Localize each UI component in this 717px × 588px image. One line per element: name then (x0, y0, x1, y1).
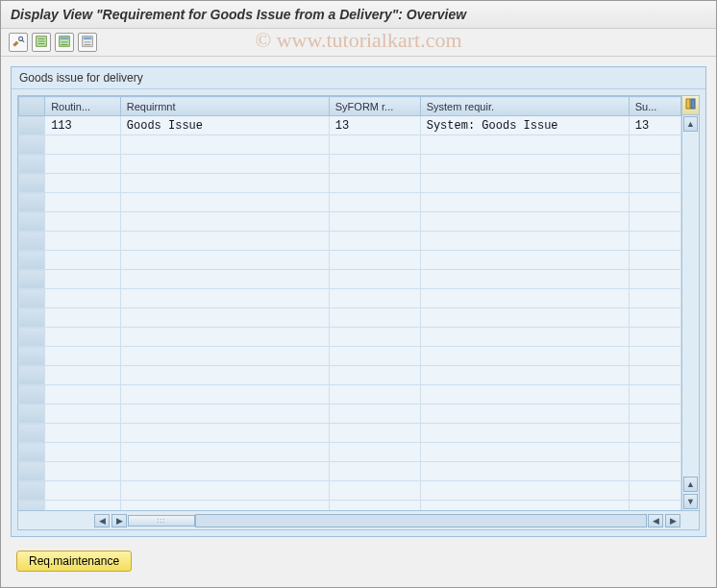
table-row[interactable] (19, 501, 681, 511)
col-requirement[interactable]: Requirmnt (120, 97, 329, 116)
hscroll-thumb[interactable]: ::: (128, 515, 195, 527)
chevron-right-icon: ▶ (116, 516, 123, 526)
table-row[interactable] (19, 232, 681, 251)
table-row[interactable] (19, 424, 681, 443)
table-row[interactable] (19, 174, 681, 193)
cell-syform[interactable]: 13 (329, 116, 420, 135)
table-row[interactable] (19, 135, 681, 155)
table-header-row: Routin... Requirmnt SyFORM r... System r… (19, 97, 681, 116)
svg-point-0 (19, 37, 23, 40)
scroll-up-button[interactable]: ▲ (683, 116, 698, 132)
table-row[interactable] (19, 155, 681, 174)
row-selector-header[interactable] (19, 97, 45, 116)
hscroll-right-button[interactable]: ▶ (111, 514, 127, 527)
table-row[interactable] (19, 289, 681, 308)
detail-button[interactable] (78, 33, 97, 52)
chevron-left-icon: ◀ (99, 516, 106, 526)
row-selector[interactable] (19, 462, 45, 481)
chevron-right-icon: ▶ (670, 516, 677, 526)
table-row[interactable] (19, 404, 681, 424)
toggle-edit-button[interactable] (9, 33, 28, 52)
row-selector[interactable] (19, 135, 45, 155)
row-selector[interactable] (19, 328, 45, 347)
col-su[interactable]: Su... (629, 97, 680, 116)
cell-routine[interactable]: 113 (45, 116, 121, 135)
row-selector[interactable] (19, 212, 45, 232)
scroll-up-button-2[interactable]: ▲ (683, 477, 698, 492)
table-container: Routin... Requirmnt SyFORM r... System r… (17, 95, 700, 530)
table-row[interactable] (19, 481, 681, 501)
svg-rect-14 (686, 99, 690, 109)
table-config-button[interactable] (682, 96, 699, 115)
table-row[interactable] (19, 347, 681, 366)
sheet-plain-icon (81, 35, 94, 50)
table-row[interactable] (19, 193, 681, 212)
chevron-up-icon: ▲ (686, 119, 695, 129)
table-row[interactable] (19, 366, 681, 385)
deselect-all-button[interactable] (55, 33, 74, 52)
cell-sysreq[interactable]: System: Goods Issue (420, 116, 629, 135)
table-config-icon (685, 98, 697, 112)
row-selector[interactable] (19, 232, 45, 251)
scroll-track[interactable] (682, 133, 699, 476)
table-row[interactable]: 113Goods Issue13System: Goods Issue13 (19, 116, 681, 135)
hscroll-left-button-2[interactable]: ◀ (648, 514, 663, 527)
table-row[interactable] (19, 251, 681, 270)
table-row[interactable] (19, 212, 681, 232)
data-table: Routin... Requirmnt SyFORM r... System r… (18, 96, 681, 510)
row-selector[interactable] (19, 347, 45, 366)
table-row[interactable] (19, 270, 681, 289)
row-selector[interactable] (19, 366, 45, 385)
row-selector[interactable] (19, 481, 45, 501)
col-routine[interactable]: Routin... (45, 97, 121, 116)
vertical-scroll: ▲ ▲ ▼ (681, 96, 699, 510)
row-selector[interactable] (19, 501, 45, 511)
hscroll-right-button-2[interactable]: ▶ (665, 514, 680, 527)
select-all-button[interactable] (32, 33, 51, 52)
table-row[interactable] (19, 328, 681, 347)
table-row[interactable] (19, 308, 681, 328)
row-selector[interactable] (19, 155, 45, 174)
table-row[interactable] (19, 385, 681, 404)
cell-su[interactable]: 13 (629, 116, 680, 135)
row-selector[interactable] (19, 251, 45, 270)
req-maintenance-button[interactable]: Req.maintenance (16, 551, 132, 572)
row-selector[interactable] (19, 289, 45, 308)
row-selector[interactable] (19, 443, 45, 462)
panel-goods-issue: Goods issue for delivery Routin... Requi… (11, 66, 706, 537)
row-selector[interactable] (19, 404, 45, 424)
scroll-down-button[interactable]: ▼ (683, 494, 698, 509)
row-selector[interactable] (19, 193, 45, 212)
sheet-blue-icon (58, 35, 71, 50)
row-selector[interactable] (19, 270, 45, 289)
horizontal-scroll: ◀ ▶ ::: ◀ ▶ (18, 510, 699, 529)
chevron-down-icon: ▼ (686, 497, 695, 506)
table-row[interactable] (19, 462, 681, 481)
page-title: Display View "Requirement for Goods Issu… (1, 1, 716, 29)
row-selector[interactable] (19, 308, 45, 328)
svg-rect-11 (84, 37, 92, 40)
panel-title: Goods issue for delivery (12, 67, 705, 89)
svg-rect-7 (61, 37, 69, 40)
col-sysreq[interactable]: System requir. (420, 97, 629, 116)
row-selector[interactable] (19, 174, 45, 193)
toolbar (1, 29, 716, 57)
row-selector[interactable] (19, 385, 45, 404)
pencil-glasses-icon (12, 35, 25, 50)
hscroll-track[interactable] (195, 514, 647, 527)
table-row[interactable] (19, 443, 681, 462)
chevron-up-icon: ▲ (686, 479, 695, 489)
chevron-left-icon: ◀ (653, 516, 659, 526)
row-selector[interactable] (19, 116, 45, 135)
col-syform[interactable]: SyFORM r... (329, 97, 420, 116)
hscroll-left-button[interactable]: ◀ (94, 514, 110, 527)
cell-requirement[interactable]: Goods Issue (120, 116, 329, 135)
sheet-green-icon (35, 35, 48, 50)
row-selector[interactable] (19, 424, 45, 443)
svg-line-1 (22, 40, 24, 42)
svg-rect-15 (691, 99, 695, 109)
